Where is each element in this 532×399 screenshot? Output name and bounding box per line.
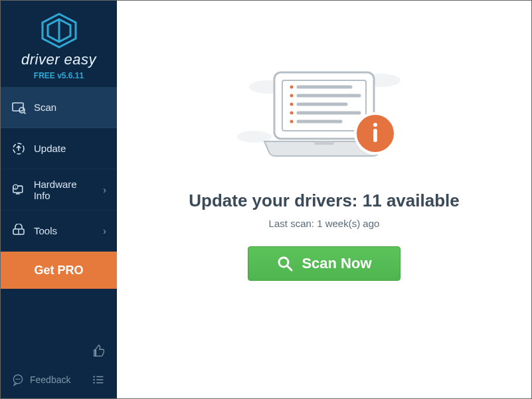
- illustration: [117, 60, 531, 173]
- feedback-label: Feedback: [30, 374, 70, 385]
- sidebar-item-hardware-info[interactable]: i Hardware Info ›: [1, 169, 117, 210]
- svg-point-37: [290, 112, 294, 115]
- brand-block: driver easy FREE v5.6.11: [1, 1, 117, 87]
- menu-list-button[interactable]: [90, 372, 106, 388]
- app-version: FREE v5.6.11: [1, 71, 117, 80]
- feedback-button[interactable]: Feedback: [11, 373, 70, 386]
- app-logo-icon: [39, 13, 79, 48]
- magnifier-icon: [276, 255, 294, 272]
- main-panel: Update your drivers: 11 available Last s…: [117, 1, 531, 398]
- sidebar-item-update[interactable]: Update: [1, 128, 117, 169]
- svg-point-33: [290, 94, 294, 98]
- svg-text:i: i: [15, 185, 16, 189]
- svg-point-22: [93, 379, 94, 380]
- get-pro-button[interactable]: Get PRO: [1, 252, 117, 289]
- sidebar-item-label: Tools: [34, 225, 57, 236]
- svg-line-8: [24, 112, 26, 114]
- sidebar-item-scan[interactable]: Scan: [1, 87, 117, 128]
- svg-point-24: [93, 382, 94, 383]
- app-name: driver easy: [1, 51, 117, 68]
- thumbs-up-icon: [92, 344, 106, 359]
- get-pro-label: Get PRO: [34, 264, 83, 278]
- sidebar-item-label: Scan: [34, 102, 56, 113]
- last-scan-text: Last scan: 1 week(s) ago: [117, 218, 531, 229]
- thumbs-up-button[interactable]: [92, 344, 106, 361]
- svg-rect-44: [373, 129, 377, 142]
- scan-icon: [11, 100, 26, 115]
- svg-point-31: [290, 86, 294, 89]
- update-icon: [11, 141, 26, 156]
- chat-icon: [11, 373, 25, 386]
- sidebar: driver easy FREE v5.6.11 Scan Update: [1, 1, 117, 398]
- svg-point-45: [279, 258, 288, 267]
- sidebar-item-label: Update: [34, 143, 66, 154]
- svg-point-20: [93, 376, 94, 377]
- headline-text: Update your drivers: 11 available: [117, 191, 531, 211]
- svg-line-46: [288, 266, 292, 270]
- app-window: driver easy FREE v5.6.11 Scan Update: [0, 0, 532, 399]
- svg-point-19: [19, 378, 21, 380]
- svg-point-35: [290, 103, 294, 106]
- sidebar-item-label: Hardware Info: [34, 179, 96, 201]
- svg-rect-41: [314, 141, 334, 145]
- tools-icon: [11, 224, 26, 238]
- sidebar-spacer: [1, 289, 117, 344]
- svg-point-39: [290, 120, 294, 123]
- scan-now-label: Scan Now: [302, 255, 371, 272]
- sidebar-item-tools[interactable]: Tools ›: [1, 210, 117, 252]
- laptop-info-illustration-icon: [228, 60, 420, 173]
- sidebar-bottom: Feedback: [1, 364, 117, 398]
- scan-now-button[interactable]: Scan Now: [248, 246, 400, 281]
- svg-rect-6: [13, 103, 23, 111]
- sidebar-thumbs-row: [1, 344, 117, 364]
- chevron-right-icon: ›: [103, 185, 106, 195]
- sidebar-nav: Scan Update i Hardware Info ›: [1, 87, 117, 289]
- list-icon: [91, 372, 106, 387]
- chevron-right-icon: ›: [103, 226, 106, 236]
- svg-point-43: [373, 123, 377, 127]
- svg-point-17: [16, 378, 17, 380]
- hardware-info-icon: i: [11, 183, 26, 197]
- svg-point-18: [17, 378, 19, 380]
